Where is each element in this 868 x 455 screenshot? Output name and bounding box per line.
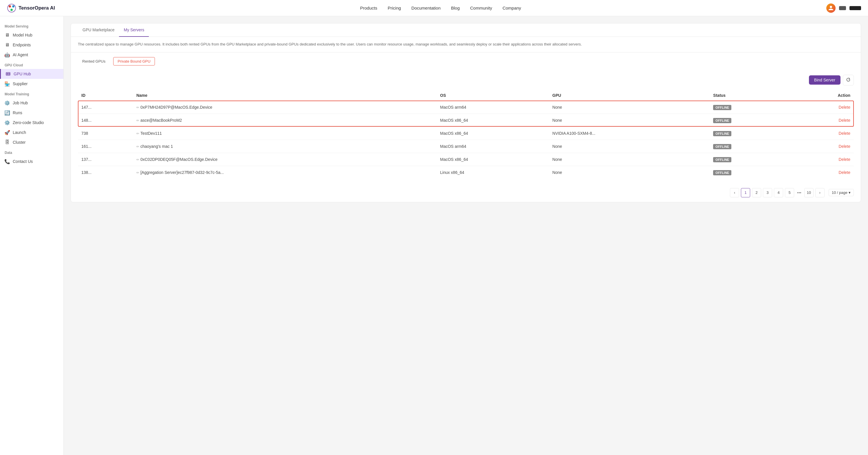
job-hub-icon: ⚙️ xyxy=(5,100,10,106)
cell-name: ✏asce@MacBookProM2 xyxy=(133,114,437,126)
refresh-button[interactable] xyxy=(843,75,854,85)
description: The centralized space to manage GPU reso… xyxy=(71,37,861,53)
avatar[interactable] xyxy=(826,3,836,13)
status-badge: OFFLINE xyxy=(713,118,731,123)
nav-documentation[interactable]: Documentation xyxy=(411,5,441,10)
col-gpu: GPU xyxy=(549,90,710,101)
delete-button[interactable]: Delete xyxy=(839,144,850,149)
layout: Model Serving 🖥 Model Hub 🖥 Endpoints 🤖 … xyxy=(0,0,868,455)
edit-icon[interactable]: ✏ xyxy=(136,145,139,149)
header-toggle[interactable] xyxy=(839,6,846,10)
sidebar-item-runs[interactable]: 🔄 Runs xyxy=(0,108,63,118)
delete-button[interactable]: Delete xyxy=(839,105,850,110)
sidebar-item-zero-code-studio[interactable]: ⚙️ Zero-code Studio xyxy=(0,118,63,127)
page-size-chevron-icon: ▾ xyxy=(848,191,850,195)
page-1-button[interactable]: 1 xyxy=(741,188,750,197)
runs-icon: 🔄 xyxy=(5,110,10,115)
cell-os: MacOS arm64 xyxy=(437,140,549,153)
sidebar-item-cluster-label: Cluster xyxy=(13,140,26,145)
cell-status: OFFLINE xyxy=(710,114,791,126)
svg-rect-8 xyxy=(7,73,8,75)
sub-tab-private-bound-gpu[interactable]: Private Bound GPU xyxy=(113,57,155,65)
cell-os: MacOS arm64 xyxy=(437,101,549,114)
svg-point-6 xyxy=(11,9,12,10)
cell-id: 147... xyxy=(78,101,133,114)
sidebar-item-job-hub[interactable]: ⚙️ Job Hub xyxy=(0,98,63,108)
nav-pricing[interactable]: Pricing xyxy=(388,5,401,10)
section-gpu-cloud: GPU Cloud xyxy=(0,60,63,69)
edit-icon[interactable]: ✏ xyxy=(136,106,139,110)
page-5-button[interactable]: 5 xyxy=(785,188,794,197)
logo[interactable]: TensorOpera AI xyxy=(7,3,55,13)
main-nav: Products Pricing Documentation Blog Comm… xyxy=(360,5,521,10)
sidebar-item-cluster[interactable]: 🗄 Cluster xyxy=(0,137,63,147)
page-prev-button[interactable]: ‹ xyxy=(730,188,739,197)
cell-action: Delete xyxy=(791,101,854,114)
edit-icon[interactable]: ✏ xyxy=(136,118,139,122)
bind-server-button[interactable]: Bind Server xyxy=(809,75,840,85)
sidebar-item-launch-label: Launch xyxy=(13,130,26,135)
sidebar-item-supplier[interactable]: 🏪 Supplier xyxy=(0,79,63,89)
page-10-button[interactable]: 10 xyxy=(804,188,813,197)
endpoints-icon: 🖥 xyxy=(5,42,10,48)
sidebar-item-ai-agent[interactable]: 🤖 AI Agent xyxy=(0,50,63,60)
nav-community[interactable]: Community xyxy=(470,5,492,10)
sidebar-item-model-hub[interactable]: 🖥 Model Hub xyxy=(0,30,63,40)
status-badge: OFFLINE xyxy=(713,170,731,175)
table-row: 147... ✏0xP7MH24D97P@MacOS.Edge.Device M… xyxy=(78,101,854,114)
cell-status: OFFLINE xyxy=(710,166,791,179)
cell-status: OFFLINE xyxy=(710,153,791,166)
sidebar-item-launch[interactable]: 🚀 Launch xyxy=(0,127,63,137)
nav-company[interactable]: Company xyxy=(503,5,521,10)
status-badge: OFFLINE xyxy=(713,105,731,110)
cell-name: ✏[Aggregation Server]ec27f987-0d32-9c7c-… xyxy=(133,166,437,179)
page-4-button[interactable]: 4 xyxy=(774,188,783,197)
ai-agent-icon: 🤖 xyxy=(5,52,10,57)
col-status: Status xyxy=(710,90,791,101)
edit-icon[interactable]: ✏ xyxy=(136,158,139,162)
cell-action: Delete xyxy=(791,153,854,166)
svg-point-4 xyxy=(9,6,10,7)
cell-name: ✏chaoyang's mac 1 xyxy=(133,140,437,153)
delete-button[interactable]: Delete xyxy=(839,118,850,122)
supplier-icon: 🏪 xyxy=(5,81,10,86)
sidebar-item-endpoints[interactable]: 🖥 Endpoints xyxy=(0,40,63,50)
col-name: Name xyxy=(133,90,437,101)
sidebar-item-contact-us-label: Contact Us xyxy=(13,159,33,164)
cell-os: MacOS x86_64 xyxy=(437,126,549,140)
tab-my-servers[interactable]: My Servers xyxy=(119,24,149,37)
page-2-button[interactable]: 2 xyxy=(752,188,761,197)
page-next-button[interactable]: › xyxy=(815,188,825,197)
section-model-training: Model Training xyxy=(0,89,63,98)
cell-action: Delete xyxy=(791,140,854,153)
edit-icon[interactable]: ✏ xyxy=(136,132,139,136)
sidebar-item-endpoints-label: Endpoints xyxy=(13,42,31,47)
cell-gpu: NVIDIA A100-SXM4-8... xyxy=(549,126,710,140)
sidebar-item-contact-us[interactable]: 📞 Contact Us xyxy=(0,157,63,166)
zero-code-studio-icon: ⚙️ xyxy=(5,120,10,125)
delete-button[interactable]: Delete xyxy=(839,131,850,136)
nav-products[interactable]: Products xyxy=(360,5,377,10)
section-data: Data xyxy=(0,147,63,157)
nav-blog[interactable]: Blog xyxy=(451,5,460,10)
cell-name: ✏0xC02DP0DEQ05F@MacOS.Edge.Device xyxy=(133,153,437,166)
cell-id: 138... xyxy=(78,166,133,179)
cell-gpu: None xyxy=(549,166,710,179)
header-right xyxy=(826,3,861,13)
gpu-hub-icon xyxy=(5,71,11,77)
cell-gpu: None xyxy=(549,153,710,166)
header-bar xyxy=(849,6,861,10)
delete-button[interactable]: Delete xyxy=(839,157,850,162)
logo-icon xyxy=(7,3,16,13)
page-3-button[interactable]: 3 xyxy=(763,188,772,197)
cell-gpu: None xyxy=(549,101,710,114)
status-badge: OFFLINE xyxy=(713,157,731,162)
delete-button[interactable]: Delete xyxy=(839,170,850,175)
edit-icon[interactable]: ✏ xyxy=(136,171,139,175)
status-badge: OFFLINE xyxy=(713,144,731,149)
sidebar-item-gpu-hub[interactable]: GPU Hub xyxy=(0,69,63,79)
sub-tab-rented-gpus[interactable]: Rented GPUs xyxy=(78,57,110,65)
tab-gpu-marketplace[interactable]: GPU Marketplace xyxy=(78,24,119,37)
table-row: 137... ✏0xC02DP0DEQ05F@MacOS.Edge.Device… xyxy=(78,153,854,166)
page-size-select[interactable]: 10 / page ▾ xyxy=(829,189,854,196)
